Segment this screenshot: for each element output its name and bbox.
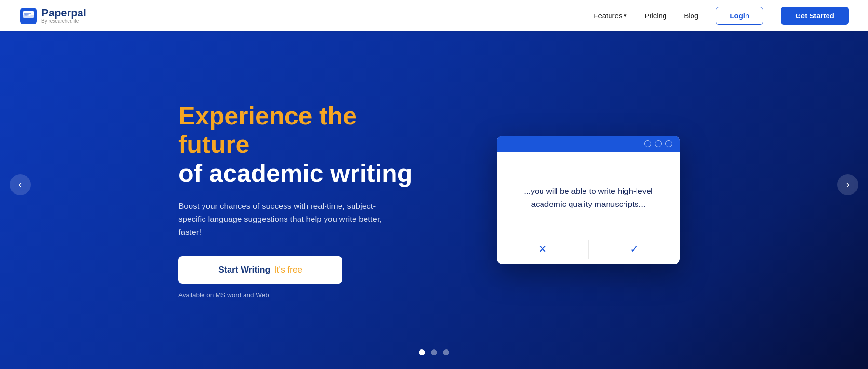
reject-button[interactable]: ✕ [497,234,588,264]
preview-card: ...you will be able to write high-level … [497,136,680,264]
nav-pricing[interactable]: Pricing [644,12,666,20]
logo-text: Paperpal By researcher.life [41,8,86,24]
header: Paperpal By researcher.life Features ▾ P… [0,0,868,31]
hero-section: ‹ Experience the future of academic writ… [0,0,868,369]
slide-dots [419,349,449,355]
hero-text: Experience the future of academic writin… [178,102,420,299]
main-nav: Features ▾ Pricing Blog Login Get Starte… [594,7,849,25]
hero-title-white: of academic writing [178,159,420,188]
next-slide-button[interactable]: › [837,174,858,195]
chevron-left-icon: ‹ [18,178,22,191]
availability-text: Available on MS word and Web [178,291,420,299]
logo[interactable]: Paperpal By researcher.life [19,7,86,25]
svg-rect-2 [24,13,31,14]
window-btn-2 [655,140,662,147]
card-quote: ...you will be able to write high-level … [511,185,665,211]
card-titlebar [497,136,680,152]
slide-dot-1[interactable] [419,349,425,355]
hero-subtitle: Boost your chances of success with real-… [178,200,386,239]
x-icon: ✕ [538,243,547,256]
prev-slide-button[interactable]: ‹ [10,174,31,195]
logo-name: Paperpal [41,8,86,18]
accept-button[interactable]: ✓ [589,234,680,264]
nav-features[interactable]: Features ▾ [594,12,627,20]
chevron-right-icon: › [846,178,849,191]
hero-preview: ...you will be able to write high-level … [497,136,690,264]
logo-sub: By researcher.life [41,19,86,24]
start-writing-button[interactable]: Start Writing It's free [178,256,342,284]
nav-blog[interactable]: Blog [684,12,698,20]
window-btn-1 [644,140,651,147]
logo-icon [19,7,38,25]
slide-dot-2[interactable] [431,349,437,355]
card-body: ...you will be able to write high-level … [497,152,680,234]
cta-bold-text: Start Writing [218,265,271,275]
window-btn-3 [665,140,672,147]
slide-dot-3[interactable] [443,349,449,355]
svg-rect-3 [24,14,29,16]
check-icon: ✓ [630,243,638,256]
hero-title-yellow: Experience the future [178,102,420,160]
card-footer: ✕ ✓ [497,234,680,264]
cta-light-text: It's free [274,265,302,275]
hero-content: Experience the future of academic writin… [169,102,699,299]
login-button[interactable]: Login [716,7,763,25]
chevron-down-icon: ▾ [624,13,627,19]
get-started-button[interactable]: Get Started [781,7,849,25]
